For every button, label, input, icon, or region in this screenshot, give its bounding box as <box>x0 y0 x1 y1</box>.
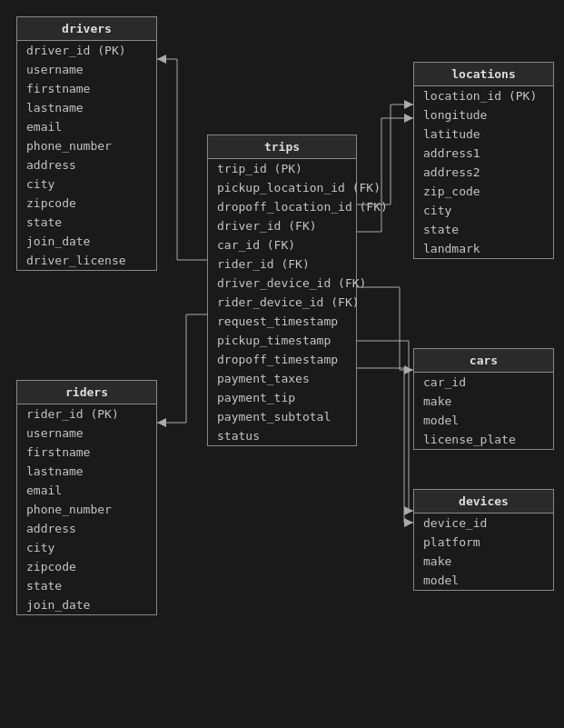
devices-field-platform: platform <box>414 533 553 552</box>
riders-field-city: city <box>17 538 156 557</box>
devices-field-device_id: device_id <box>414 514 553 533</box>
riders-field-rider_id: rider_id (PK) <box>17 404 156 424</box>
trips-table: trips trip_id (PK) pickup_location_id (F… <box>207 135 357 446</box>
trips-field-payment_tip: payment_tip <box>208 388 356 407</box>
trips-field-status: status <box>208 426 356 445</box>
trips-field-rider_device_id: rider_device_id (FK) <box>208 293 356 312</box>
locations-field-latitude: latitude <box>414 125 553 144</box>
drivers-field-lastname: lastname <box>17 98 156 117</box>
trips-field-pickup_location_id: pickup_location_id (FK) <box>208 178 356 197</box>
devices-field-make: make <box>414 552 553 571</box>
drivers-field-email: email <box>17 117 156 136</box>
locations-field-zip_code: zip_code <box>414 182 553 201</box>
svg-marker-15 <box>404 114 413 123</box>
drivers-field-join_date: join_date <box>17 232 156 251</box>
svg-marker-23 <box>404 506 413 515</box>
locations-table: locations location_id (PK) longitude lat… <box>413 62 554 259</box>
cars-field-model: model <box>414 411 553 430</box>
drivers-field-zipcode: zipcode <box>17 194 156 213</box>
drivers-field-city: city <box>17 175 156 194</box>
locations-field-longitude: longitude <box>414 105 553 125</box>
riders-table-header: riders <box>17 381 156 404</box>
riders-field-email: email <box>17 481 156 500</box>
trips-field-dropoff_timestamp: dropoff_timestamp <box>208 350 356 369</box>
locations-table-header: locations <box>414 63 553 86</box>
riders-table: riders rider_id (PK) username firstname … <box>16 380 157 615</box>
cars-field-make: make <box>414 392 553 411</box>
svg-marker-27 <box>404 518 413 527</box>
riders-field-phone_number: phone_number <box>17 500 156 519</box>
trips-field-driver_device_id: driver_device_id (FK) <box>208 274 356 293</box>
riders-field-address: address <box>17 519 156 538</box>
locations-field-state: state <box>414 220 553 239</box>
cars-field-license_plate: license_plate <box>414 430 553 449</box>
cars-field-car_id: car_id <box>414 373 553 392</box>
devices-table-header: devices <box>414 490 553 514</box>
locations-field-address2: address2 <box>414 163 553 182</box>
riders-field-state: state <box>17 576 156 595</box>
trips-field-payment_taxes: payment_taxes <box>208 369 356 388</box>
svg-marker-3 <box>157 55 166 64</box>
riders-field-zipcode: zipcode <box>17 557 156 576</box>
trips-field-car_id: car_id (FK) <box>208 235 356 254</box>
trips-field-request_timestamp: request_timestamp <box>208 312 356 331</box>
drivers-field-username: username <box>17 60 156 79</box>
locations-field-address1: address1 <box>414 144 553 163</box>
drivers-field-firstname: firstname <box>17 79 156 98</box>
riders-field-username: username <box>17 424 156 443</box>
trips-field-trip_id: trip_id (PK) <box>208 159 356 178</box>
trips-table-header: trips <box>208 135 356 159</box>
drivers-field-driver_license: driver_license <box>17 251 156 270</box>
drivers-field-phone_number: phone_number <box>17 136 156 155</box>
svg-marker-7 <box>157 418 166 427</box>
riders-field-firstname: firstname <box>17 443 156 462</box>
drivers-table-header: drivers <box>17 17 156 41</box>
cars-table: cars car_id make model license_plate <box>413 348 554 450</box>
trips-field-dropoff_location_id: dropoff_location_id (FK) <box>208 197 356 216</box>
locations-field-landmark: landmark <box>414 239 553 258</box>
svg-marker-19 <box>404 365 413 374</box>
trips-field-payment_subtotal: payment_subtotal <box>208 407 356 426</box>
svg-marker-11 <box>404 100 413 109</box>
drivers-field-driver_id: driver_id (PK) <box>17 41 156 60</box>
drivers-field-address: address <box>17 155 156 175</box>
locations-field-city: city <box>414 201 553 220</box>
trips-field-rider_id: rider_id (FK) <box>208 254 356 274</box>
drivers-field-state: state <box>17 213 156 232</box>
cars-table-header: cars <box>414 349 553 373</box>
devices-table: devices device_id platform make model <box>413 489 554 591</box>
riders-field-join_date: join_date <box>17 595 156 614</box>
riders-field-lastname: lastname <box>17 462 156 481</box>
devices-field-model: model <box>414 571 553 590</box>
trips-field-driver_id: driver_id (FK) <box>208 216 356 235</box>
drivers-table: drivers driver_id (PK) username firstnam… <box>16 16 157 271</box>
trips-field-pickup_timestamp: pickup_timestamp <box>208 331 356 350</box>
locations-field-location_id: location_id (PK) <box>414 86 553 105</box>
